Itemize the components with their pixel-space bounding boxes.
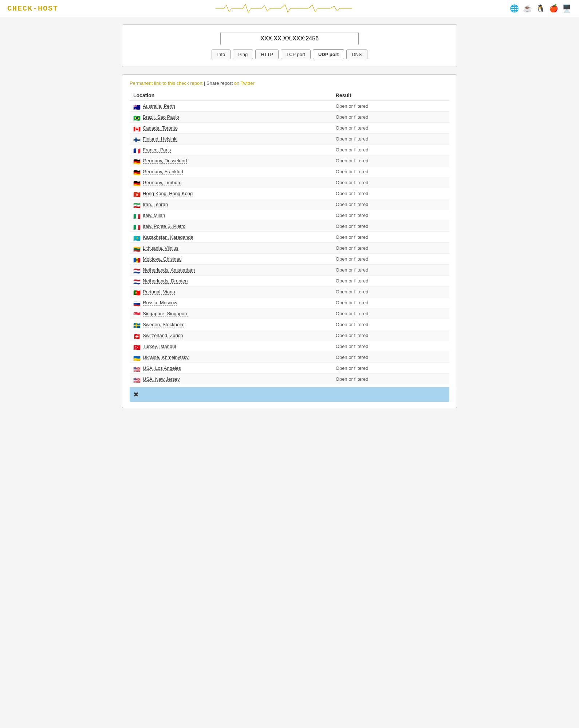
twitter-share-link[interactable]: on Twitter [234,80,255,86]
permanent-link[interactable]: Permanent link to this check report [130,80,202,86]
flag-icon: 🇺🇸 [133,366,141,371]
location-cell: 🇧🇷Brazil, Sao Paulo [130,112,332,123]
location-link[interactable]: Italy, Ponte S. Pietro [143,223,186,229]
main-container: Info Ping HTTP TCP port UDP port DNS Per… [115,24,464,408]
location-link[interactable]: Australia, Perth [143,103,175,109]
result-column-header: Result [332,90,449,101]
linux-icon[interactable]: 🐧 [535,3,545,13]
location-link[interactable]: Germany, Dusseldorf [143,158,187,163]
result-cell: Open or filtered [332,112,449,123]
flag-icon: 🇸🇪 [133,322,141,327]
location-link[interactable]: Finland, Helsinki [143,136,177,142]
result-cell: Open or filtered [332,330,449,341]
location-cell: 🇭🇰Hong Kong, Hong Kong [130,188,332,199]
location-link[interactable]: Kazakhstan, Karaganda [143,234,193,240]
table-row: 🇩🇪Germany, DusseldorfOpen or filtered [130,155,449,166]
flag-icon: 🇫🇷 [133,147,141,153]
ping-button[interactable]: Ping [233,50,253,59]
header-icons: 🌐 ☕ 🐧 🍎 🖥️ [509,3,572,13]
permanent-link-bar: Permanent link to this check report | Sh… [130,80,449,86]
info-button[interactable]: Info [212,50,231,59]
location-cell: 🇩🇪Germany, Limburg [130,177,332,188]
table-row: 🇲🇩Moldova, ChisinauOpen or filtered [130,254,449,265]
table-row: 🇩🇪Germany, LimburgOpen or filtered [130,177,449,188]
location-cell: 🇺🇦Ukraine, Khmelnytskyi [130,352,332,363]
table-row: 🇦🇺Australia, PerthOpen or filtered [130,101,449,112]
flag-icon: 🇵🇹 [133,289,141,294]
logo: CHECK-HOST [7,4,58,13]
location-cell: 🇺🇸USA, Los Angeles [130,363,332,374]
location-link[interactable]: Italy, Milan [143,213,165,218]
host-input[interactable] [220,32,359,45]
table-row: 🇷🇺Russia, MoscowOpen or filtered [130,297,449,308]
flag-icon: 🇩🇪 [133,180,141,185]
location-link[interactable]: Turkey, Istanbul [143,344,176,349]
location-link[interactable]: Russia, Moscow [143,300,177,305]
page-header: CHECK-HOST 🌐 ☕ 🐧 🍎 🖥️ [0,0,579,17]
table-row: 🇫🇷France, ParisOpen or filtered [130,145,449,155]
globe-icon[interactable]: 🌐 [509,3,519,13]
table-header-row: Location Result [130,90,449,101]
location-link[interactable]: USA, New Jersey [143,376,180,382]
location-cell: 🇫🇷France, Paris [130,145,332,155]
location-column-header: Location [130,90,332,101]
location-link[interactable]: Lithuania, Vilnius [143,245,178,251]
flag-icon: 🇰🇿 [133,235,141,240]
coffee-icon[interactable]: ☕ [522,3,532,13]
apple-icon[interactable]: 🍎 [548,3,559,13]
udp-port-button[interactable]: UDP port [313,50,344,59]
result-cell: Open or filtered [332,155,449,166]
result-cell: Open or filtered [332,276,449,286]
location-cell: 🇲🇩Moldova, Chisinau [130,254,332,265]
result-cell: Open or filtered [332,210,449,221]
result-cell: Open or filtered [332,199,449,210]
flag-icon: 🇩🇪 [133,158,141,163]
location-link[interactable]: Moldova, Chisinau [143,256,182,262]
flag-icon: 🇸🇬 [133,311,141,316]
location-link[interactable]: France, Paris [143,147,171,153]
location-cell: 🇳🇱Netherlands, Dronten [130,276,332,286]
location-link[interactable]: Iran, Tehran [143,202,168,207]
table-row: 🇭🇰Hong Kong, Hong KongOpen or filtered [130,188,449,199]
location-link[interactable]: Netherlands, Amsterdam [143,267,195,273]
table-row: 🇵🇹Portugal, VianaOpen or filtered [130,286,449,297]
map-close-icon[interactable]: ✖ [133,391,139,399]
heartbeat-line [64,3,503,14]
location-link[interactable]: Sweden, Stockholm [143,322,185,327]
flag-icon: 🇲🇩 [133,257,141,262]
tcp-port-button[interactable]: TCP port [281,50,311,59]
location-link[interactable]: Switzerland, Zurich [143,333,183,338]
location-cell: 🇸🇪Sweden, Stockholm [130,319,332,330]
dns-button[interactable]: DNS [346,50,367,59]
location-cell: 🇹🇷Turkey, Istanbul [130,341,332,352]
location-link[interactable]: Ukraine, Khmelnytskyi [143,355,190,360]
location-link[interactable]: Germany, Frankfurt [143,169,184,174]
result-cell: Open or filtered [332,374,449,385]
location-link[interactable]: Hong Kong, Hong Kong [143,191,193,196]
flag-icon: 🇦🇺 [133,104,141,109]
location-link[interactable]: Netherlands, Dronten [143,278,188,284]
location-link[interactable]: Portugal, Viana [143,289,175,294]
table-row: 🇺🇦Ukraine, KhmelnytskyiOpen or filtered [130,352,449,363]
location-link[interactable]: Brazil, Sao Paulo [143,114,179,120]
table-row: 🇳🇱Netherlands, DrontenOpen or filtered [130,276,449,286]
flag-icon: 🇮🇹 [133,213,141,218]
http-button[interactable]: HTTP [255,50,279,59]
location-link[interactable]: Singapore, Singapore [143,311,189,316]
location-link[interactable]: Canada, Toronto [143,125,178,131]
flag-icon: 🇺🇸 [133,377,141,382]
flag-icon: 🇭🇰 [133,191,141,196]
result-cell: Open or filtered [332,123,449,134]
table-row: 🇺🇸USA, Los AngelesOpen or filtered [130,363,449,374]
result-cell: Open or filtered [332,308,449,319]
flag-icon: 🇩🇪 [133,169,141,174]
flag-icon: 🇺🇦 [133,355,141,360]
result-cell: Open or filtered [332,341,449,352]
location-cell: 🇮🇹Italy, Milan [130,210,332,221]
flag-icon: 🇫🇮 [133,136,141,142]
location-link[interactable]: USA, Los Angeles [143,365,181,371]
monitor-icon[interactable]: 🖥️ [562,3,572,13]
location-cell: 🇵🇹Portugal, Viana [130,286,332,297]
location-cell: 🇨🇦Canada, Toronto [130,123,332,134]
location-link[interactable]: Germany, Limburg [143,180,182,185]
